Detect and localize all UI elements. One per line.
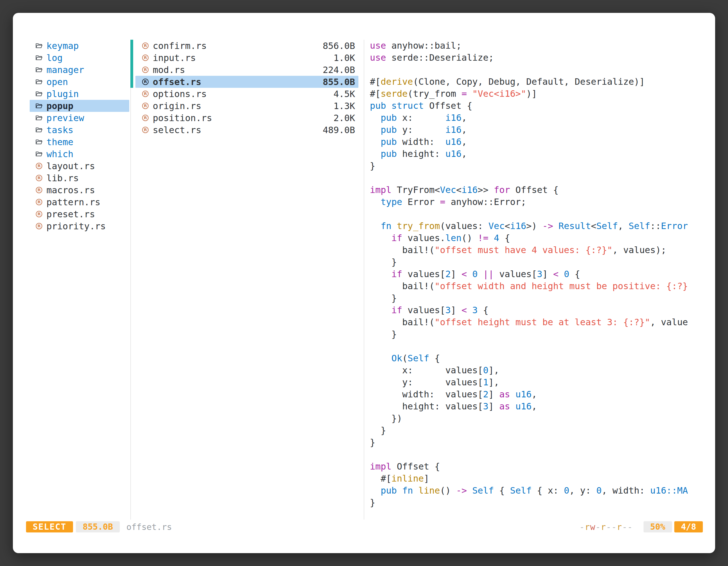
selection-marker	[130, 88, 133, 100]
sidebar-item-macros-rs[interactable]: Rmacros.rs	[30, 184, 129, 196]
rust-icon: R	[142, 54, 149, 62]
code-line: impl TryFrom<Vec<i16>> for Offset {	[370, 184, 706, 196]
sidebar-item-plugin[interactable]: plugin	[30, 88, 129, 100]
selection-marker	[130, 112, 133, 124]
sidebar-item-theme[interactable]: theme	[30, 136, 129, 148]
sidebar-item-priority-rs[interactable]: Rpriority.rs	[30, 220, 129, 232]
sidebar-item-label: lib.rs	[46, 173, 79, 184]
code-line: use anyhow::bail;	[370, 40, 706, 52]
file-row-content: Rconfirm.rs856.0B	[135, 40, 358, 52]
pane-divider-right	[364, 40, 364, 520]
file-name: input.rs	[153, 53, 196, 63]
file-name: confirm.rs	[153, 41, 207, 51]
status-filename: offset.rs	[126, 522, 172, 532]
code-line	[370, 172, 706, 184]
folder-icon	[35, 54, 43, 62]
selection-marker	[130, 52, 133, 64]
file-size: 1.3K	[334, 101, 355, 111]
code-line: }	[370, 424, 706, 436]
code-line: if values.len() != 4 {	[370, 232, 706, 244]
file-row-content: Rorigin.rs1.3K	[135, 100, 358, 112]
sidebar-item-pattern-rs[interactable]: Rpattern.rs	[30, 196, 129, 208]
file-row-position-rs[interactable]: Rposition.rs2.0K	[130, 112, 358, 124]
selection-marker	[130, 40, 133, 52]
file-row-mod-rs[interactable]: Rmod.rs224.0B	[130, 64, 358, 76]
rust-icon: R	[142, 90, 149, 98]
code-line: x: values[0],	[370, 364, 706, 376]
svg-text:R: R	[37, 187, 41, 192]
sidebar-item-layout-rs[interactable]: Rlayout.rs	[30, 160, 129, 172]
file-row-content: Roptions.rs4.5K	[135, 88, 358, 100]
sidebar-item-keymap[interactable]: keymap	[30, 40, 129, 52]
sidebar-item-preset-rs[interactable]: Rpreset.rs	[30, 208, 129, 220]
sidebar-item-lib-rs[interactable]: Rlib.rs	[30, 172, 129, 184]
folder-icon	[35, 114, 43, 122]
code-line: pub width: u16,	[370, 136, 706, 148]
file-name: options.rs	[153, 89, 207, 99]
code-line: #[serde(try_from = "Vec<i16>")]	[370, 88, 706, 100]
file-row-options-rs[interactable]: Roptions.rs4.5K	[130, 88, 358, 100]
code-line: }	[370, 436, 706, 448]
code-line: Ok(Self {	[370, 352, 706, 364]
rust-icon: R	[142, 78, 149, 86]
sidebar-item-label: log	[46, 53, 63, 63]
svg-text:R: R	[144, 79, 147, 84]
rust-icon: R	[142, 102, 149, 110]
code-line: height: values[3] as u16,	[370, 400, 706, 412]
sidebar-item-label: which	[46, 149, 73, 159]
code-line	[370, 208, 706, 220]
code-line: if values[3] < 3 {	[370, 304, 706, 316]
sidebar: keymaplogmanageropenpluginpopuppreviewta…	[30, 40, 129, 232]
rust-icon: R	[35, 222, 43, 230]
file-row-confirm-rs[interactable]: Rconfirm.rs856.0B	[130, 40, 358, 52]
svg-text:R: R	[37, 200, 41, 204]
selection-marker	[130, 100, 133, 112]
status-bar: SELECT 855.0B offset.rs -rw-r--r-- 50% 4…	[26, 521, 703, 532]
file-name: mod.rs	[153, 65, 185, 75]
code-line: pub fn line() -> Self { Self { x: 0, y: …	[370, 485, 706, 497]
file-row-offset-rs[interactable]: Roffset.rs855.0B	[130, 76, 358, 88]
code-line: pub struct Offset {	[370, 100, 706, 112]
folder-icon	[35, 66, 43, 74]
sidebar-item-preview[interactable]: preview	[30, 112, 129, 124]
sidebar-item-log[interactable]: log	[30, 52, 129, 64]
file-size: 2.0K	[334, 113, 355, 123]
file-size: 856.0B	[323, 41, 355, 51]
file-row-content: Roffset.rs855.0B	[135, 76, 358, 88]
sidebar-item-label: keymap	[46, 41, 79, 51]
sidebar-item-manager[interactable]: manager	[30, 64, 129, 76]
code-line: }	[370, 497, 706, 509]
file-name: select.rs	[153, 125, 201, 135]
selected-size-badge: 855.0B	[76, 521, 119, 532]
code-line: pub y: i16,	[370, 124, 706, 136]
code-preview: use anyhow::bail;use serde::Deserialize;…	[370, 40, 706, 515]
code-line: width: values[2] as u16,	[370, 388, 706, 400]
sidebar-item-tasks[interactable]: tasks	[30, 124, 129, 136]
code-line: fn try_from(values: Vec<i16>) -> Result<…	[370, 220, 706, 232]
file-row-origin-rs[interactable]: Rorigin.rs1.3K	[130, 100, 358, 112]
status-bar-right: -rw-r--r-- 50% 4/8	[579, 521, 703, 532]
sidebar-item-which[interactable]: which	[30, 148, 129, 160]
file-name: offset.rs	[153, 77, 201, 87]
sidebar-item-label: theme	[46, 137, 73, 147]
sidebar-item-label: popup	[46, 101, 73, 111]
file-row-input-rs[interactable]: Rinput.rs1.0K	[130, 52, 358, 64]
code-line: }	[370, 160, 706, 172]
code-line: bail!("offset height must be at least 3:…	[370, 316, 706, 328]
sidebar-item-label: preview	[46, 113, 84, 123]
code-line: bail!("offset must have 4 values: {:?}",…	[370, 244, 706, 256]
selection-marker	[130, 124, 133, 136]
mode-indicator: SELECT	[26, 521, 73, 532]
rust-icon: R	[142, 126, 149, 134]
sidebar-item-label: tasks	[46, 125, 73, 135]
rust-icon: R	[142, 42, 149, 50]
rust-icon: R	[35, 186, 43, 194]
sidebar-item-label: plugin	[46, 89, 79, 99]
file-row-select-rs[interactable]: Rselect.rs489.0B	[130, 124, 358, 136]
svg-text:R: R	[144, 55, 147, 60]
sidebar-item-open[interactable]: open	[30, 76, 129, 88]
cursor-position-badge: 4/8	[674, 521, 703, 532]
code-line: #[inline]	[370, 473, 706, 485]
sidebar-item-popup[interactable]: popup	[30, 100, 129, 112]
rust-icon: R	[35, 162, 43, 170]
